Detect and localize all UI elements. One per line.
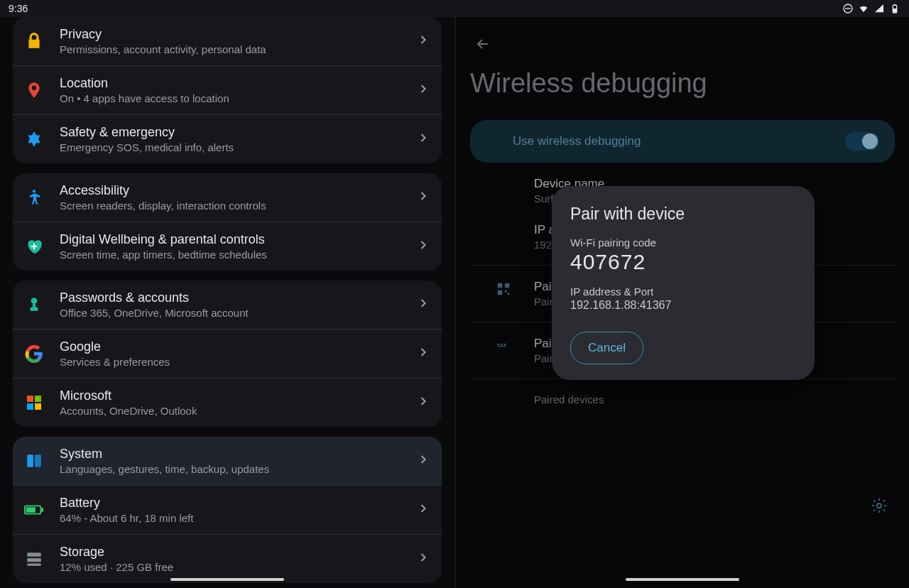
nav-handle[interactable] xyxy=(170,578,284,581)
chevron-right-icon xyxy=(416,501,430,518)
dnd-icon xyxy=(842,3,854,14)
settings-item-location[interactable]: LocationOn • 4 apps have access to locat… xyxy=(13,65,442,114)
item-subtitle: Emergency SOS, medical info, alerts xyxy=(60,141,416,153)
status-clock: 9:36 xyxy=(9,3,28,14)
chevron-right-icon xyxy=(416,394,430,411)
pairing-code-label: Wi-Fi pairing code xyxy=(570,236,796,249)
dialog-ip-label: IP address & Port xyxy=(570,285,796,298)
item-title: Google xyxy=(60,339,416,354)
item-subtitle: 64% - About 6 hr, 18 min left xyxy=(60,512,416,524)
svg-rect-18 xyxy=(27,564,41,566)
item-title: Safety & emergency xyxy=(60,125,416,140)
settings-item-storage[interactable]: Storage12% used · 225 GB free xyxy=(13,534,442,583)
svg-point-6 xyxy=(31,298,38,304)
svg-rect-11 xyxy=(27,454,33,467)
settings-item-safety[interactable]: Safety & emergencyEmergency SOS, medical… xyxy=(13,114,442,163)
cellular-icon xyxy=(873,3,885,14)
settings-list-pane: PrivacyPermissions, account activity, pe… xyxy=(0,0,454,588)
svg-rect-4 xyxy=(893,9,896,12)
settings-item-accessibility[interactable]: AccessibilityScreen readers, display, in… xyxy=(13,173,442,222)
settings-item-passwords[interactable]: Passwords & accountsOffice 365, OneDrive… xyxy=(13,281,442,329)
pairing-code-value: 407672 xyxy=(570,250,796,274)
chevron-right-icon xyxy=(416,550,430,567)
item-subtitle: Screen time, app timers, bedtime schedul… xyxy=(60,249,416,261)
chevron-right-icon xyxy=(416,131,430,148)
cancel-button[interactable]: Cancel xyxy=(570,332,643,364)
battery-icon xyxy=(24,500,44,520)
chevron-right-icon xyxy=(416,189,430,206)
item-title: Microsoft xyxy=(60,388,416,403)
settings-item-privacy[interactable]: PrivacyPermissions, account activity, pe… xyxy=(13,17,442,65)
privacy-icon xyxy=(24,31,44,51)
pair-dialog: Pair with device Wi-Fi pairing code 4076… xyxy=(552,186,815,380)
item-title: Battery xyxy=(60,496,416,511)
nav-handle[interactable] xyxy=(626,578,739,581)
settings-group: PrivacyPermissions, account activity, pe… xyxy=(13,17,442,163)
item-subtitle: On • 4 apps have access to location xyxy=(60,92,416,104)
settings-group: Passwords & accountsOffice 365, OneDrive… xyxy=(13,281,442,427)
google-icon xyxy=(24,344,44,364)
item-subtitle: Accounts, OneDrive, Outlook xyxy=(60,405,416,417)
settings-item-system[interactable]: SystemLanguages, gestures, time, backup,… xyxy=(13,437,442,485)
settings-group: SystemLanguages, gestures, time, backup,… xyxy=(13,437,442,583)
passwords-icon xyxy=(24,295,44,315)
item-title: Storage xyxy=(60,545,416,560)
svg-point-5 xyxy=(33,190,36,192)
chevron-right-icon xyxy=(416,82,430,99)
status-bar: 9:36 xyxy=(0,0,909,17)
svg-rect-14 xyxy=(26,507,36,512)
dialog-title: Pair with device xyxy=(570,205,796,224)
settings-item-microsoft[interactable]: MicrosoftAccounts, OneDrive, Outlook xyxy=(13,378,442,427)
item-title: Digital Wellbeing & parental controls xyxy=(60,232,416,247)
item-title: Location xyxy=(60,76,416,91)
item-subtitle: 12% used · 225 GB free xyxy=(60,561,416,573)
item-title: Accessibility xyxy=(60,183,416,198)
accessibility-icon xyxy=(24,187,44,207)
settings-item-wellbeing[interactable]: Digital Wellbeing & parental controlsScr… xyxy=(13,222,442,271)
svg-rect-9 xyxy=(27,403,33,410)
settings-item-google[interactable]: GoogleServices & preferences xyxy=(13,329,442,378)
system-icon xyxy=(24,451,44,471)
wellbeing-icon xyxy=(24,236,44,256)
wifi-icon xyxy=(858,3,869,14)
svg-rect-8 xyxy=(35,396,41,402)
battery-icon xyxy=(889,3,900,14)
svg-point-20 xyxy=(28,560,30,561)
dialog-ip-value: 192.168.1.88:41367 xyxy=(570,299,796,312)
chevron-right-icon xyxy=(416,345,430,362)
svg-rect-12 xyxy=(35,454,41,467)
chevron-right-icon xyxy=(416,296,430,313)
chevron-right-icon xyxy=(416,238,430,255)
storage-icon xyxy=(24,549,44,569)
item-subtitle: Office 365, OneDrive, Microsoft account xyxy=(60,307,416,319)
settings-group: AccessibilityScreen readers, display, in… xyxy=(13,173,442,271)
item-subtitle: Permissions, account activity, personal … xyxy=(60,43,416,55)
chevron-right-icon xyxy=(416,452,430,469)
svg-rect-3 xyxy=(894,4,896,5)
chevron-right-icon xyxy=(416,33,430,50)
settings-item-battery[interactable]: Battery64% - About 6 hr, 18 min left xyxy=(13,485,442,534)
item-subtitle: Screen readers, display, interaction con… xyxy=(60,200,416,212)
svg-point-19 xyxy=(28,554,30,555)
svg-rect-7 xyxy=(27,396,33,402)
detail-pane: Wireless debugging Use wireless debuggin… xyxy=(456,0,909,588)
item-title: Privacy xyxy=(60,27,416,42)
item-title: Passwords & accounts xyxy=(60,290,416,305)
safety-icon xyxy=(24,129,44,149)
svg-rect-10 xyxy=(35,403,41,410)
item-subtitle: Services & preferences xyxy=(60,356,416,368)
location-icon xyxy=(24,80,44,100)
item-title: System xyxy=(60,447,416,462)
microsoft-icon xyxy=(24,393,44,413)
svg-rect-15 xyxy=(41,508,43,512)
item-subtitle: Languages, gestures, time, backup, updat… xyxy=(60,463,416,475)
status-icons xyxy=(842,3,900,14)
